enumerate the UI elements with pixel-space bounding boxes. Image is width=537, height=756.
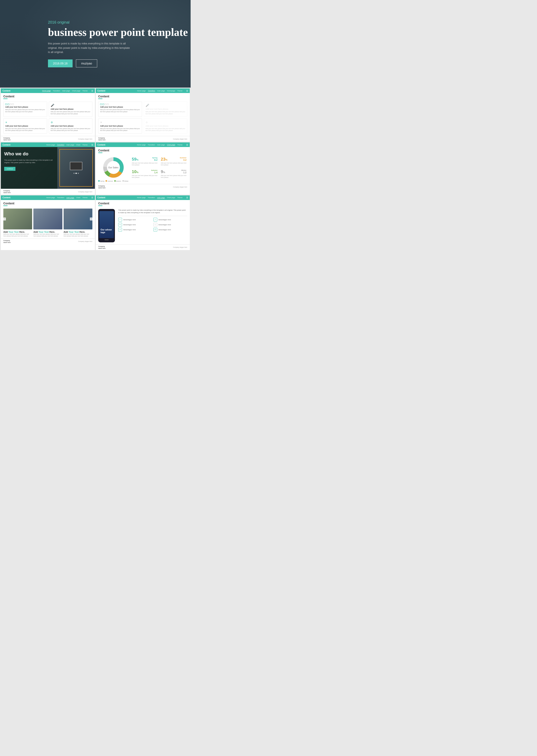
footer-company-4: Companyname here bbox=[98, 185, 105, 189]
nav-title-5: Content bbox=[3, 196, 11, 199]
nav3-transition[interactable]: Transition bbox=[57, 144, 64, 146]
nav2-item-theme[interactable]: Theme bbox=[177, 90, 183, 92]
nav2-item-hp[interactable]: Homepage bbox=[167, 90, 175, 92]
nav-item-transition[interactable]: Transition bbox=[53, 90, 60, 92]
feature-card-1: Add your text here please Add your text … bbox=[3, 102, 47, 117]
hamburger-icon-4[interactable]: ☰ bbox=[186, 144, 188, 146]
adv-icon-4: ⊙ bbox=[153, 223, 157, 227]
feature-icon-1 bbox=[5, 104, 45, 105]
legend-dot-autumn bbox=[114, 180, 116, 182]
footer-slogan-2: Company slogan here bbox=[173, 138, 187, 140]
nav-item-main[interactable]: main page bbox=[62, 90, 70, 92]
gallery-next-button[interactable]: › bbox=[90, 218, 93, 221]
feature-text-3: Add your text here please Add your text … bbox=[5, 128, 45, 132]
stat-spring-row: 59% Spring 8.2 bbox=[132, 157, 157, 162]
nav6-chart[interactable]: Chart page bbox=[167, 197, 175, 198]
nav5-main[interactable]: main page bbox=[66, 197, 74, 199]
adv-text-3: Advantages here bbox=[123, 224, 136, 226]
mic-icon-wrapper: 🎤 bbox=[51, 104, 91, 107]
adv-text-6: Advantages here bbox=[158, 229, 171, 231]
hamburger-icon-2[interactable]: ☰ bbox=[186, 90, 188, 92]
nav2-item-main[interactable]: main page bbox=[157, 90, 165, 92]
feature-card-4: ⚙ Add your text here please Add your tex… bbox=[49, 118, 93, 134]
legend-spring: Spring bbox=[98, 180, 104, 182]
nav4-chart[interactable]: Chart page bbox=[167, 144, 175, 146]
who-right-image bbox=[57, 147, 95, 189]
gear-icon-gray: ⚙ bbox=[145, 121, 148, 124]
author-button[interactable]: muziyao bbox=[76, 60, 97, 67]
nav2-item-home[interactable]: Home page bbox=[137, 90, 145, 92]
nav-item-theme[interactable]: Theme bbox=[82, 90, 88, 92]
nav3-theme[interactable]: Theme bbox=[82, 144, 88, 146]
nav4-transition[interactable]: Transition bbox=[148, 144, 155, 146]
chart-content: Our Sales Spring Summer Autumn Winter 59… bbox=[96, 154, 190, 184]
stat-autumn-value: 1.4 bbox=[151, 171, 157, 174]
legend-summer: Summer bbox=[105, 180, 113, 182]
slide-nav-2: Content Home page Transition main page H… bbox=[96, 88, 190, 93]
gallery-image-2 bbox=[33, 209, 62, 230]
footer-company-1: Companyname here bbox=[3, 137, 11, 141]
hamburger-icon-3[interactable]: ☰ bbox=[91, 144, 93, 146]
mic-icon: 🎤 bbox=[51, 104, 54, 107]
donut-container: Our Sales Spring Summer Autumn Winter bbox=[98, 156, 128, 182]
slide-header-1: Content bbox=[1, 93, 95, 100]
stat-spring-season: Spring bbox=[152, 157, 157, 159]
hamburger-icon-6[interactable]: ☰ bbox=[186, 196, 188, 199]
feature-text-5: Add your text here please Add your text … bbox=[100, 109, 140, 113]
image-dots bbox=[73, 173, 79, 174]
nav3-chart[interactable]: Chart bbox=[76, 144, 80, 146]
nav2-item-transition[interactable]: Transition bbox=[148, 90, 155, 92]
hamburger-icon[interactable]: ☰ bbox=[91, 90, 93, 92]
gear-icon: ⚙ bbox=[51, 121, 53, 124]
chart-stats: 59% Spring 8.2 Add your text here please… bbox=[131, 156, 187, 179]
icon-sq-5c bbox=[105, 104, 106, 105]
phone-content: Our advan tage This power point is made … bbox=[96, 207, 190, 244]
gallery-caption-2: Add Your Text Here. Add your text here p… bbox=[33, 231, 62, 237]
nav4-main[interactable]: main page bbox=[157, 144, 165, 146]
feature-title-3: Add your text here please bbox=[5, 125, 45, 127]
stat-summer: 23% Summer 3.2 Add your text here please… bbox=[160, 156, 187, 167]
who-title: Who we do bbox=[4, 151, 54, 157]
mic-icon-gray: 🎤 bbox=[145, 104, 149, 107]
nav4-theme[interactable]: Theme bbox=[177, 144, 183, 146]
stat-autumn: 10% Autumn 1.4 Add your text here please… bbox=[131, 169, 158, 179]
gallery-captions: Add Your Text Here. Add your text here p… bbox=[3, 231, 92, 237]
nav6-main[interactable]: main page bbox=[157, 197, 165, 199]
nav5-transition[interactable]: Transition bbox=[57, 197, 64, 198]
feature-card-3: ✈ Add your text here please Add your tex… bbox=[3, 118, 47, 134]
continue-button[interactable]: continue bbox=[4, 167, 16, 171]
gallery-image-3 bbox=[63, 209, 92, 230]
nav-item-home[interactable]: Home page bbox=[42, 90, 51, 92]
nav-item-chart[interactable]: Chart page bbox=[72, 90, 80, 92]
stat-winter-row: 9% Winter 1.2 bbox=[161, 169, 186, 174]
nav6-transition[interactable]: Transition bbox=[148, 197, 155, 198]
gallery-content: ‹ › Add Your Text Here. Ad bbox=[1, 207, 95, 238]
nav5-home[interactable]: Home page bbox=[46, 197, 55, 198]
nav5-chart[interactable]: Chart bbox=[76, 197, 80, 198]
nav6-home[interactable]: Home page bbox=[137, 197, 145, 198]
who-left: Who we do This power point is made by mi… bbox=[1, 147, 57, 189]
plane-icon-wrapper: ✈ bbox=[5, 120, 45, 124]
gallery-caption-1: Add Your Text Here. Add your text here p… bbox=[3, 231, 32, 237]
dot-2 bbox=[75, 173, 77, 174]
gallery-prev-button[interactable]: ‹ bbox=[3, 218, 6, 221]
nav3-main[interactable]: main page bbox=[66, 144, 74, 146]
gallery-image-1 bbox=[3, 209, 32, 230]
nav5-theme[interactable]: Theme bbox=[82, 197, 88, 198]
footer-slogan-1: Company slogan here bbox=[78, 138, 93, 140]
adv-icon-5: ≡ bbox=[118, 228, 122, 231]
icon-square-1 bbox=[5, 104, 7, 105]
nav6-theme[interactable]: Theme bbox=[177, 197, 183, 198]
gallery-wrapper: ‹ › bbox=[3, 209, 92, 230]
date-button[interactable]: 2016.09.16 bbox=[48, 60, 72, 67]
nav4-home[interactable]: Home page bbox=[137, 144, 145, 146]
gallery-cap-desc-3: Add your text here please Add your text … bbox=[63, 233, 92, 237]
nav3-home[interactable]: Home page bbox=[46, 144, 55, 146]
nav-items-1: Home page Transition main page Chart pag… bbox=[42, 90, 93, 92]
hamburger-icon-5[interactable]: ☰ bbox=[91, 196, 93, 199]
icon-sq-5d bbox=[107, 104, 109, 105]
stat-summer-row: 23% Summer 3.2 bbox=[161, 157, 186, 162]
mic-icon-2: 🎤 bbox=[145, 104, 186, 107]
icon-square-2 bbox=[8, 104, 9, 105]
feature-text-1: Add your text here please Add your text … bbox=[5, 109, 45, 113]
